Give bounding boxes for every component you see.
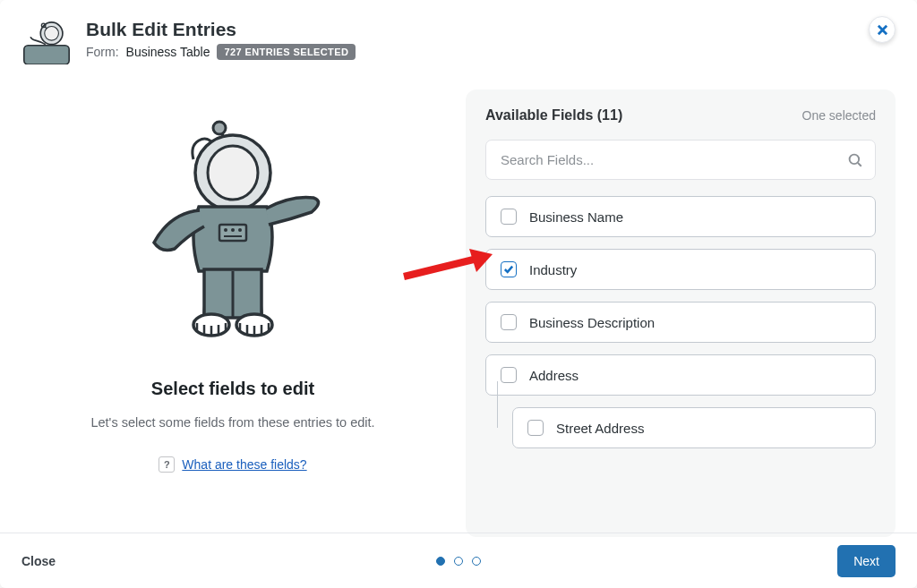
search-input[interactable] <box>485 140 876 180</box>
field-item[interactable]: Street Address <box>512 407 876 448</box>
field-label: Street Address <box>556 421 644 436</box>
svg-point-8 <box>208 146 258 200</box>
fields-list[interactable]: Business NameIndustryBusiness Descriptio… <box>485 196 876 519</box>
page-title: Bulk Edit Entries <box>86 19 356 40</box>
header: Bulk Edit Entries Form: Business Table 7… <box>0 0 917 72</box>
field-item[interactable]: Business Description <box>485 302 876 343</box>
step-dot-2 <box>454 557 463 566</box>
form-label: Form: <box>86 45 119 59</box>
field-label: Business Name <box>529 209 623 225</box>
svg-point-11 <box>231 228 235 232</box>
close-text-button[interactable]: Close <box>21 554 56 568</box>
checkbox[interactable] <box>501 209 517 225</box>
svg-rect-9 <box>219 225 246 241</box>
svg-point-18 <box>850 154 860 164</box>
form-name: Business Table <box>126 45 210 59</box>
intro-panel: Select fields to edit Let's select some … <box>21 89 444 537</box>
next-button[interactable]: Next <box>837 545 896 577</box>
field-item[interactable]: Industry <box>485 249 876 290</box>
svg-point-10 <box>224 228 227 232</box>
svg-rect-4 <box>24 46 69 64</box>
search-icon <box>847 152 863 168</box>
app-mascot-icon <box>21 14 72 64</box>
entries-selected-badge: 727 ENTRIES SELECTED <box>217 44 356 60</box>
close-button[interactable] <box>869 16 896 43</box>
step-indicator <box>436 557 481 566</box>
svg-point-1 <box>45 26 59 40</box>
svg-line-19 <box>858 163 861 166</box>
selected-count: One selected <box>802 108 877 123</box>
field-item[interactable]: Address <box>485 354 876 396</box>
checkbox[interactable] <box>501 261 517 277</box>
astronaut-illustration <box>134 119 331 352</box>
checkbox[interactable] <box>501 314 517 330</box>
step-dot-3 <box>472 557 481 566</box>
panel-title: Available Fields (11) <box>485 107 622 124</box>
step-heading: Select fields to edit <box>151 379 314 399</box>
step-dot-1 <box>436 557 445 566</box>
annotation-arrow-icon <box>399 245 498 286</box>
field-label: Industry <box>529 262 577 277</box>
help-link[interactable]: What are these fields? <box>182 457 306 472</box>
close-icon <box>877 24 888 36</box>
field-label: Address <box>529 368 578 383</box>
field-item[interactable]: Business Name <box>485 196 876 237</box>
footer: Close Next <box>0 533 917 588</box>
field-label: Business Description <box>529 315 655 330</box>
checkbox[interactable] <box>527 420 544 436</box>
step-description: Let's select some fields from these entr… <box>90 415 374 430</box>
checkbox[interactable] <box>501 367 517 383</box>
svg-point-12 <box>238 228 242 232</box>
help-icon[interactable]: ? <box>159 456 175 473</box>
svg-point-6 <box>213 122 226 134</box>
available-fields-panel: Available Fields (11) One selected Busin… <box>466 89 896 537</box>
